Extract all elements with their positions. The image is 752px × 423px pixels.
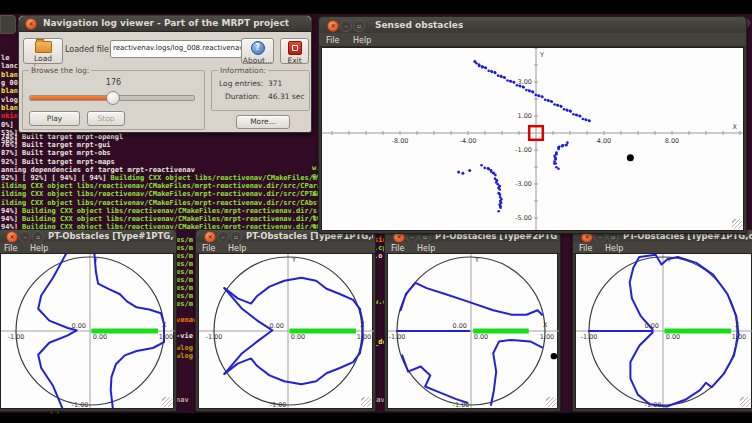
loaded-file-field[interactable]: reactivenav.logs/log_008.reactivenav: [110, 40, 242, 58]
terminal-fragment: es/m: [176, 260, 193, 268]
resize-grip[interactable]: [732, 219, 742, 229]
terminal-fragment: es/m: [176, 284, 193, 292]
menu-help[interactable]: Help: [30, 244, 48, 253]
about-label: About...: [242, 56, 273, 65]
svg-text:X: X: [360, 321, 365, 329]
svg-text:-8.00: -8.00: [392, 137, 409, 145]
svg-text:-1.00: -1.00: [206, 333, 223, 341]
svg-text:1.00: 1.00: [732, 333, 746, 341]
window-title: Navigation log viewer - Part of the MRPT…: [43, 18, 289, 28]
svg-text:Y: Y: [539, 51, 544, 59]
resize-grip[interactable]: [361, 397, 371, 407]
terminal-fragment: es/m: [176, 300, 193, 308]
pt-plot-4[interactable]: -1.000.001.000.00-1.00XY: [575, 253, 752, 409]
titlebar[interactable]: ✕ Navigation log viewer - Part of the MR…: [19, 16, 311, 32]
svg-text:-1.00: -1.00: [270, 401, 287, 408]
svg-text:0.00: 0.00: [72, 322, 86, 330]
terminal-fragment: es/m: [176, 276, 193, 284]
menu-help[interactable]: Help: [605, 244, 623, 253]
terminal-fragment: venav: [176, 316, 196, 324]
maximize-icon[interactable]: ▫: [353, 20, 365, 32]
sensed-plot[interactable]: -8.00-4.004.008.003.001.00-1.00-3.00-5.0…: [321, 47, 744, 231]
menu-help[interactable]: Help: [417, 244, 435, 253]
pt-plot-1[interactable]: -1.000.001.000.00-1.00XY: [0, 253, 174, 409]
svg-text:0.00: 0.00: [270, 322, 284, 330]
pt-obstacles-window-2[interactable]: ✕ – ▫ PT-Obstacles [Type#1PTG,ci File He…: [195, 229, 376, 412]
svg-text:-5.00: -5.00: [515, 214, 532, 222]
terminal-fragment: 53%]: [1, 129, 18, 137]
nav-log-viewer-window[interactable]: ✕ Navigation log viewer - Part of the MR…: [18, 15, 312, 133]
sensed-obstacles-window[interactable]: ✕ – ▫ Sensed obstacles File Help -8.00-4…: [318, 16, 747, 234]
menu-help[interactable]: Help: [228, 244, 246, 253]
terminal-fragment: es/m: [176, 236, 193, 244]
terminal-fragment: lanc: [1, 62, 18, 70]
browse-log-group-label: Browse the log:: [29, 66, 91, 75]
svg-text:-1.00: -1.00: [72, 401, 89, 408]
stop-button[interactable]: Stop: [87, 111, 125, 126]
pt-plot-3[interactable]: -1.000.001.000.00-1.00XY: [387, 253, 558, 409]
loaded-file-label: Loaded file:: [65, 45, 112, 54]
exit-icon: [288, 41, 302, 55]
menu-file[interactable]: File: [326, 36, 339, 45]
svg-text:4.00: 4.00: [597, 137, 611, 145]
duration-label: Duration:: [225, 92, 260, 101]
nav-window-body: Load log... Loaded file: reactivenav.log…: [19, 31, 311, 132]
svg-text:Y: Y: [666, 256, 671, 264]
exit-button[interactable]: Exit: [280, 38, 309, 64]
pt-obstacles-window-4[interactable]: ✕ – ▫ PT-Obstacles [Type#1PTG,ci File He…: [572, 229, 752, 412]
pt-plot-canvas: -1.000.001.000.00-1.00XY: [388, 254, 559, 408]
window-title: PT-Obstacles [Type#1PTG,ci: [48, 231, 174, 241]
svg-text:0.00: 0.00: [291, 333, 305, 341]
about-button[interactable]: ? About...: [241, 38, 274, 64]
svg-text:-1.00: -1.00: [581, 333, 598, 341]
resize-grip[interactable]: [546, 397, 556, 407]
menu-file[interactable]: File: [202, 244, 215, 253]
terminal-fragment: es/m: [176, 292, 193, 300]
svg-text:X: X: [735, 321, 740, 329]
load-log-button[interactable]: Load log...: [23, 38, 63, 64]
svg-text:-4.00: -4.00: [460, 137, 477, 145]
resize-grip[interactable]: [162, 397, 172, 407]
terminal-fragment: g 00: [1, 79, 18, 87]
close-icon[interactable]: ✕: [25, 18, 37, 30]
svg-text:0.00: 0.00: [645, 322, 659, 330]
terminal-fragment: es/m: [176, 244, 193, 252]
menu-file[interactable]: File: [4, 244, 17, 253]
terminal-fragment: blan: [1, 71, 18, 79]
terminal-fragment: wlog: [176, 352, 193, 360]
information-group: Information: Log entries: 371 Duration: …: [211, 70, 310, 111]
information-group-label: Information:: [218, 66, 268, 75]
svg-text:Y: Y: [291, 256, 296, 264]
menu-help[interactable]: Help: [353, 36, 371, 45]
svg-text:1.00: 1.00: [357, 333, 371, 341]
svg-text:X: X: [733, 123, 738, 131]
slider-handle[interactable]: [106, 91, 120, 105]
menubar: File Help: [319, 33, 746, 47]
svg-text:X: X: [162, 321, 167, 329]
terminal-fragment: nav: [176, 396, 189, 404]
titlebar[interactable]: ✕ – ▫ Sensed obstacles: [319, 17, 746, 34]
log-slider[interactable]: [29, 95, 195, 101]
slider-value: 176: [23, 78, 204, 87]
close-icon[interactable]: ✕: [327, 20, 339, 32]
play-button[interactable]: Play: [29, 111, 80, 126]
svg-text:0.00: 0.00: [474, 333, 488, 341]
svg-text:-1.00: -1.00: [645, 401, 662, 408]
resize-grip[interactable]: [740, 397, 750, 407]
pt-plot-2[interactable]: -1.000.001.000.00-1.00XY: [198, 253, 373, 409]
svg-text:-1.00: -1.00: [389, 333, 406, 341]
svg-text:Y: Y: [474, 256, 479, 264]
pt-obstacles-window-3[interactable]: ✕ – ▫ PT-Obstacles [Type#2PTG,a File Hel…: [384, 229, 561, 412]
menu-file[interactable]: File: [391, 244, 404, 253]
pt-plot-canvas: -1.000.001.000.00-1.00XY: [576, 254, 752, 408]
minimize-icon[interactable]: –: [340, 20, 352, 32]
more-button[interactable]: More...: [236, 115, 290, 129]
menu-file[interactable]: File: [579, 244, 592, 253]
terminal-fragment: es/m: [176, 252, 193, 260]
pt-plot-canvas: -1.000.001.000.00-1.00XY: [199, 254, 374, 408]
svg-text:-3.00: -3.00: [515, 180, 532, 188]
terminal-fragment: vlog: [1, 96, 18, 104]
svg-text:0.00: 0.00: [666, 333, 680, 341]
slider-fill: [30, 96, 112, 100]
pt-obstacles-window-1[interactable]: ✕ – ▫ PT-Obstacles [Type#1PTG,ci File He…: [0, 229, 177, 412]
